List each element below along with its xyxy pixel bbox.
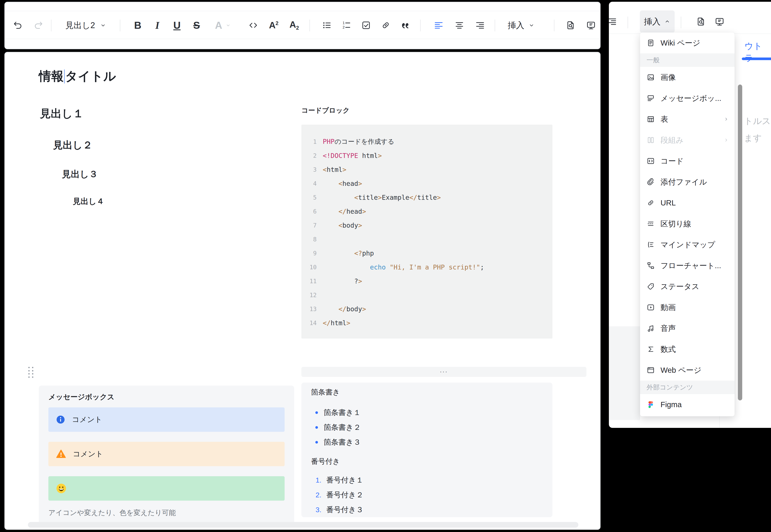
horizontal-scrollbar[interactable] [28,522,578,528]
message-box-icon [647,94,655,102]
underline-button[interactable]: U [167,15,187,36]
list-item[interactable]: 箇条書き２ [311,421,361,434]
code-line: 2<!DOCTYPE html> [301,149,552,163]
bullet-list-button[interactable] [317,15,336,36]
table-icon [647,115,655,123]
list-item[interactable]: 箇条書き１ [311,407,361,419]
menu-item-mindmap[interactable]: マインドマップ [640,234,735,255]
monitor-icon [715,17,725,27]
strikethrough-button[interactable]: S [187,15,206,36]
toolbar-separator [309,20,310,31]
menu-item-audio[interactable]: 音声 [640,318,735,339]
list-item[interactable]: 箇条書き３ [311,436,361,448]
code-line: 3<html> [301,163,552,176]
chevron-down-icon [225,22,231,28]
quote-button[interactable] [396,15,415,36]
align-left-button[interactable] [429,15,448,36]
menu-item-webpage[interactable]: Web ページ [640,360,735,381]
heading-2[interactable]: 見出し２ [53,139,92,152]
columns-icon [647,136,655,144]
menu-item-code[interactable]: コード [640,151,735,171]
menu-item-message-box[interactable]: メッセージボッ... [640,88,735,109]
doc-preview-button[interactable] [561,15,580,36]
warning-callout[interactable]: コメント [48,442,285,466]
menu-item-image[interactable]: 画像 [640,67,735,88]
align-center-button[interactable] [450,15,469,36]
menu-item-label: Figma [661,400,682,409]
heading-4[interactable]: 見出し４ [73,196,104,207]
list-item[interactable]: 2.番号付き２ [311,489,363,501]
subscript-button[interactable]: A2 [285,15,304,36]
undo-button[interactable] [8,15,27,36]
code-line: 11 ?> [301,274,552,288]
superscript-button[interactable]: A2 [264,15,283,36]
info-callout[interactable]: コメント [48,407,285,432]
heading-3[interactable]: 見出し３ [62,168,98,180]
menu-item-label: マインドマップ [661,240,715,250]
align-right-button[interactable] [470,15,489,36]
green-callout[interactable] [48,476,285,501]
code-line: 7 <body> [301,218,552,232]
menu-item-label: 数式 [661,344,676,354]
numbered-item-text: 番号付き２ [326,490,363,500]
menu-item-label: 音声 [661,323,676,334]
heading-1[interactable]: 見出し１ [40,106,84,121]
list-item[interactable]: 1.番号付き１ [311,474,363,486]
menu-item-label: Web ページ [661,365,701,375]
code-line: 1PHPのコードを作成する [301,135,552,149]
align-button-partial[interactable] [609,13,620,30]
insert-dropdown-button-active[interactable]: 挿入 [640,10,675,33]
collapsed-block-ellipsis[interactable]: ... [301,367,586,377]
line-number: 12 [301,292,323,298]
menu-item-formula[interactable]: 数式 [640,339,735,360]
menu-item-flowchart[interactable]: フローチャート... [640,255,735,276]
insert-label: 挿入 [644,16,661,27]
menu-item-status[interactable]: ステータス [640,276,735,297]
italic-icon: I [155,20,159,31]
mindmap-icon [647,241,655,249]
code-line: 8 [301,232,552,246]
wiki-page-icon [647,39,655,47]
code-text: echo "Hi, I'm a PHP script!"; [323,263,484,271]
redo-button[interactable] [29,15,48,36]
menu-item-figma[interactable]: Figma [640,394,735,415]
toolbar-separator [51,20,51,31]
info-icon [56,415,65,424]
code-text: <title>Example</title> [323,194,441,201]
doc-preview-button[interactable] [693,13,709,30]
menu-item-video[interactable]: 動画 [640,297,735,318]
numbered-item-text: 番号付き１ [326,475,363,485]
font-color-button[interactable]: A [209,15,237,36]
chevron-down-icon [100,22,106,29]
block-drag-handle[interactable] [27,366,34,379]
presentation-button[interactable] [712,13,727,30]
menu-item-wiki-page[interactable]: Wiki ページ [640,32,735,53]
code-block[interactable]: 1PHPのコードを作成する2<!DOCTYPE html>3<html>4 <h… [301,125,552,339]
presentation-button[interactable] [581,15,601,36]
insert-dropdown-button[interactable]: 挿入 [503,15,539,36]
toolbar-separator [554,20,554,31]
url-icon [647,199,655,207]
code-text: </head> [323,208,366,215]
tab-outline-partial[interactable]: ウトラ [744,40,771,64]
bold-button[interactable]: B [128,15,147,36]
numbered-list-button[interactable]: 1 2 [337,15,356,36]
link-button[interactable] [376,15,395,36]
list-item[interactable]: 3.番号付き３ [311,504,363,516]
menu-item-attachment[interactable]: 添付ファイル [640,171,735,192]
italic-button[interactable]: I [148,15,167,36]
line-number: 7 [301,222,323,229]
editor-toolbar-window: 見出し2 B I U S A A2 A2 [4,2,601,49]
align-right-icon [475,20,485,30]
insert-menu-panel: 挿入 ウトラ トルス ます Wiki ページ 一般 [609,2,771,428]
bullet-dot [315,411,318,414]
code-text: <body> [323,222,362,229]
heading-style-select[interactable]: 見出し2 [61,15,111,36]
menu-item-divider-line[interactable]: 区切り線 [640,213,735,234]
checkbox-button[interactable] [357,15,376,36]
menu-item-url[interactable]: URL [640,192,735,213]
inline-code-button[interactable] [244,15,263,36]
menu-item-table[interactable]: 表 [640,109,735,130]
vertical-scrollbar[interactable] [738,85,742,400]
page-title[interactable]: 情報 タイトル [39,68,116,85]
